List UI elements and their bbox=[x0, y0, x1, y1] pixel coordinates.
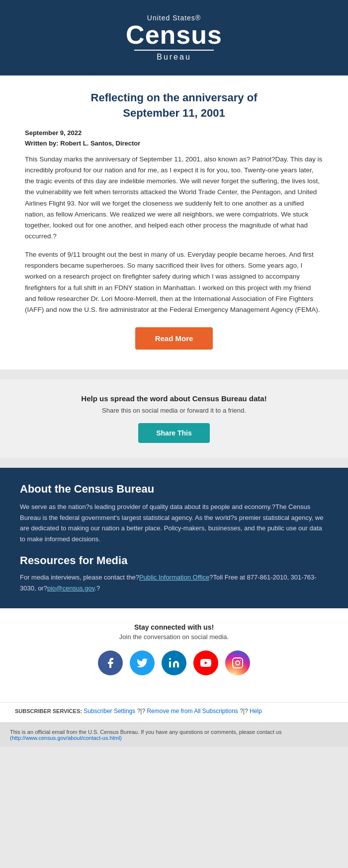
twitter-icon[interactable] bbox=[130, 651, 155, 675]
bureau-text: Bureau bbox=[157, 53, 191, 62]
remove-subscriptions-link[interactable]: Remove me from All Subscriptions bbox=[147, 708, 238, 715]
svg-point-0 bbox=[169, 658, 171, 660]
legal-link[interactable]: (http://www.census.gov/about/contact-us.… bbox=[10, 735, 122, 741]
social-subtext: Join the conversation on social media. bbox=[10, 633, 338, 641]
article-date: September 9, 2022 bbox=[25, 129, 323, 137]
read-more-container: Read More bbox=[25, 327, 323, 350]
social-icons-container bbox=[10, 651, 338, 675]
separator-2: ?|? bbox=[240, 708, 248, 715]
facebook-icon[interactable] bbox=[98, 651, 123, 675]
about-section: About the Census Bureau We serve as the … bbox=[0, 468, 348, 608]
article-body: This Sunday marks the anniversary of Sep… bbox=[25, 154, 323, 316]
resources-body: For media interviews, please contact the… bbox=[20, 572, 328, 593]
instagram-icon[interactable] bbox=[225, 651, 250, 675]
linkedin-icon[interactable] bbox=[162, 651, 186, 675]
share-button[interactable]: Share This bbox=[138, 423, 210, 443]
share-section: Help us spread the word about Census Bur… bbox=[0, 379, 348, 458]
article-paragraph-1: This Sunday marks the anniversary of Sep… bbox=[25, 154, 323, 242]
subscriber-links: Subscriber Settings ?|? Remove me from A… bbox=[84, 708, 261, 715]
article-title: Reflecting on the anniversary of Septemb… bbox=[25, 90, 323, 121]
subscriber-section: SUBSCRIBER SERVICES: Subscriber Settings… bbox=[0, 702, 348, 723]
email-link[interactable]: pio@census.gov bbox=[47, 584, 94, 592]
census-text: Census bbox=[126, 22, 222, 48]
share-headline: Help us spread the word about Census Bur… bbox=[10, 394, 338, 403]
subscriber-settings-link[interactable]: Subscriber Settings bbox=[84, 708, 135, 715]
article-paragraph-2: The events of 9/11 brought out the best … bbox=[25, 249, 323, 316]
about-body: We serve as the nation?s leading provide… bbox=[20, 502, 328, 544]
resources-title: Resources for Media bbox=[20, 554, 328, 567]
legal-footer: This is an official email from the U.S. … bbox=[0, 723, 348, 747]
resources-pre-text: For media interviews, please contact the… bbox=[20, 574, 139, 581]
page-header: United States® Census Bureau bbox=[0, 0, 348, 75]
article-card: Reflecting on the anniversary of Septemb… bbox=[0, 75, 348, 369]
census-logo: United States® Census Bureau bbox=[10, 14, 338, 62]
separator-1: ?|? bbox=[137, 708, 145, 715]
svg-rect-2 bbox=[233, 658, 243, 668]
logo-divider bbox=[134, 50, 214, 51]
read-more-button[interactable]: Read More bbox=[135, 327, 213, 350]
public-info-office-link[interactable]: Public Information Office bbox=[139, 574, 209, 581]
about-title: About the Census Bureau bbox=[20, 483, 328, 496]
article-author: Written by: Robert L. Santos, Director bbox=[25, 140, 323, 147]
help-link[interactable]: Help bbox=[250, 708, 262, 715]
social-headline: Stay connected with us! bbox=[10, 623, 338, 631]
youtube-icon[interactable] bbox=[193, 651, 218, 675]
share-subtext: Share this on social media or forward it… bbox=[10, 407, 338, 414]
resources-end-text: .? bbox=[94, 584, 100, 592]
subscriber-label: SUBSCRIBER SERVICES: bbox=[15, 708, 82, 714]
legal-text: This is an official email from the U.S. … bbox=[10, 729, 281, 735]
social-footer: Stay connected with us! Join the convers… bbox=[0, 608, 348, 702]
